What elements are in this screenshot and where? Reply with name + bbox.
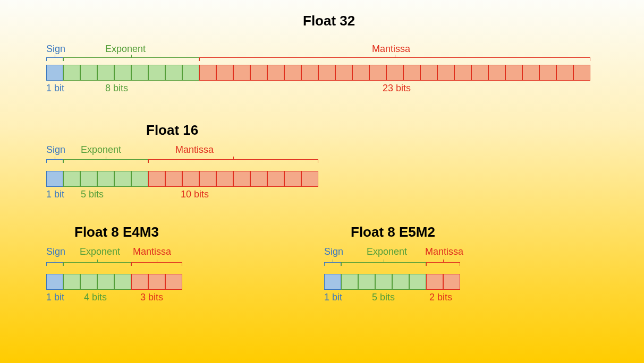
f32-exp-bit <box>182 65 199 81</box>
f8e5m2-exp-bit <box>341 274 358 290</box>
f32-brace-man-color <box>199 57 590 62</box>
f8e4m3-man-bit <box>165 274 182 290</box>
f32-man-bit <box>335 65 352 81</box>
f32-sign-bit <box>46 65 63 81</box>
f8e4m3-man-bit <box>148 274 165 290</box>
f8e5m2-mantissa-label: Mantissa <box>425 246 463 257</box>
f16-man-bit <box>250 171 267 187</box>
f8e4m3-mantissa-count: 3 bits <box>140 292 163 303</box>
f16-man-bit <box>267 171 284 187</box>
f32-sign-label: Sign <box>46 44 65 55</box>
f8e5m2-brace-man-color <box>426 262 460 266</box>
f8e4m3-title: Float 8 E4M3 <box>74 224 159 240</box>
f8e4m3-brace-sign-color <box>46 262 63 266</box>
f32-man-bit <box>386 65 403 81</box>
f32-exp-bit <box>97 65 114 81</box>
f32-sign-count: 1 bit <box>46 83 64 94</box>
f8e4m3-bitbar <box>46 274 182 290</box>
f8e5m2-exponent-count: 5 bits <box>372 292 395 303</box>
f16-sign-label: Sign <box>46 144 65 155</box>
f32-man-bit <box>267 65 284 81</box>
f32-exp-bit <box>114 65 131 81</box>
f8e5m2-sign-bit <box>324 274 341 290</box>
f16-sign-count: 1 bit <box>46 189 64 200</box>
f8e4m3-mantissa-label: Mantissa <box>133 246 171 257</box>
f8e4m3-brace-exp-color <box>63 262 131 266</box>
f32-man-bit <box>318 65 335 81</box>
f8e5m2-exp-bit <box>375 274 392 290</box>
f32-man-bit <box>199 65 216 81</box>
f32-brace-sign-color <box>46 57 63 62</box>
f8e4m3-sign-count: 1 bit <box>46 292 64 303</box>
f16-exp-bit <box>63 171 80 187</box>
f16-brace-man-color <box>148 159 318 163</box>
f16-man-bit <box>216 171 233 187</box>
f8e4m3-man-bit <box>131 274 148 290</box>
f16-exponent-label: Exponent <box>81 144 121 155</box>
f32-man-bit <box>437 65 454 81</box>
f16-exp-bit <box>131 171 148 187</box>
f32-brace-exp-color <box>63 57 199 62</box>
f16-mantissa-label: Mantissa <box>175 144 214 155</box>
f32-man-bit <box>301 65 318 81</box>
f8e4m3-sign-label: Sign <box>46 246 65 257</box>
f16-man-bit <box>148 171 165 187</box>
f16-man-bit <box>233 171 250 187</box>
f32-man-bit <box>522 65 539 81</box>
f32-man-bit <box>488 65 505 81</box>
f32-man-bit <box>369 65 386 81</box>
f16-exp-bit <box>114 171 131 187</box>
f32-bitbar <box>46 65 590 81</box>
f32-title: Float 32 <box>303 13 355 29</box>
f8e5m2-brace-sign-color <box>324 262 341 266</box>
f32-man-bit <box>556 65 573 81</box>
f16-mantissa-count: 10 bits <box>181 189 209 200</box>
f8e5m2-title: Float 8 E5M2 <box>351 224 435 240</box>
f32-mantissa-count: 23 bits <box>383 83 411 94</box>
f8e5m2-exp-bit <box>409 274 426 290</box>
f8e4m3-exp-bit <box>80 274 97 290</box>
f32-man-bit <box>539 65 556 81</box>
f32-man-bit <box>420 65 437 81</box>
f32-man-bit <box>352 65 369 81</box>
f8e4m3-exp-bit <box>114 274 131 290</box>
f32-exp-bit <box>63 65 80 81</box>
f32-exponent-label: Exponent <box>105 44 146 55</box>
f16-exp-bit <box>80 171 97 187</box>
f16-brace-sign-color <box>46 159 63 163</box>
f8e4m3-sign-bit <box>46 274 63 290</box>
f8e4m3-exponent-label: Exponent <box>80 246 120 257</box>
f32-man-bit <box>454 65 471 81</box>
f32-man-bit <box>505 65 522 81</box>
f8e5m2-sign-count: 1 bit <box>324 292 342 303</box>
f16-title: Float 16 <box>146 122 198 139</box>
f16-exponent-count: 5 bits <box>81 189 104 200</box>
f16-man-bit <box>284 171 301 187</box>
f16-exp-bit <box>97 171 114 187</box>
f16-brace-exp-color <box>63 159 148 163</box>
f32-man-bit <box>573 65 590 81</box>
f16-man-bit <box>165 171 182 187</box>
f8e5m2-man-bit <box>426 274 443 290</box>
f32-man-bit <box>233 65 250 81</box>
f16-man-bit <box>301 171 318 187</box>
f32-man-bit <box>403 65 420 81</box>
f8e5m2-man-bit <box>443 274 460 290</box>
f8e5m2-sign-label: Sign <box>324 246 343 257</box>
f8e4m3-exp-bit <box>63 274 80 290</box>
f8e4m3-exponent-count: 4 bits <box>84 292 107 303</box>
f32-mantissa-label: Mantissa <box>372 44 410 55</box>
f8e5m2-mantissa-count: 2 bits <box>429 292 452 303</box>
f16-man-bit <box>182 171 199 187</box>
f8e4m3-brace-man-color <box>131 262 182 266</box>
f8e5m2-exponent-label: Exponent <box>367 246 407 257</box>
f32-man-bit <box>216 65 233 81</box>
f32-man-bit <box>284 65 301 81</box>
f8e5m2-bitbar <box>324 274 460 290</box>
f32-exponent-count: 8 bits <box>105 83 128 94</box>
f16-bitbar <box>46 171 318 187</box>
f8e5m2-exp-bit <box>358 274 375 290</box>
f8e4m3-exp-bit <box>97 274 114 290</box>
f16-sign-bit <box>46 171 63 187</box>
f32-exp-bit <box>80 65 97 81</box>
